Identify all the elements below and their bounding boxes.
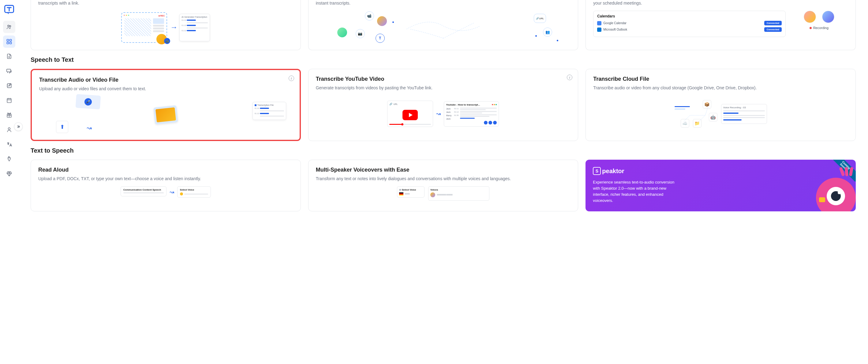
card-transcribe-youtube[interactable]: i Transcribe YouTube Video Generate tran… bbox=[308, 69, 579, 141]
top-card-calendar[interactable]: your scheduled meetings. Calendars Googl… bbox=[586, 0, 856, 50]
section-title-tts: Text to Speech bbox=[31, 147, 856, 154]
youtube-play-icon bbox=[402, 110, 418, 120]
camera-icon: 📹 bbox=[164, 38, 170, 44]
card-transcribe-cloud[interactable]: Transcribe Cloud File Transcribe audio o… bbox=[586, 69, 856, 141]
card-read-aloud[interactable]: Read Aloud Upload a PDF, DOCx, TXT, or t… bbox=[31, 160, 301, 211]
sidebar-expand-button[interactable] bbox=[14, 122, 23, 131]
network-illustration: 📹 🔗 URL 📷 T 👥 bbox=[316, 11, 571, 44]
svg-rect-6 bbox=[10, 42, 12, 44]
record-illustration: REC 📹 → AI Generated Transcription 01:12… bbox=[38, 11, 293, 44]
upload-icon: ⬆ bbox=[56, 121, 68, 133]
card-desc: transcripts with a link. bbox=[38, 0, 293, 6]
card-title: Transcribe Audio or Video File bbox=[39, 77, 292, 83]
nav-dashboard-icon[interactable] bbox=[3, 35, 15, 48]
nav-translate-icon[interactable] bbox=[3, 138, 15, 151]
card-title: Read Aloud bbox=[38, 167, 293, 173]
nav-calendar-icon[interactable] bbox=[3, 94, 15, 106]
read-aloud-illustration: Communication Content Speech ↝ Select Vo… bbox=[38, 186, 293, 199]
top-card-instant[interactable]: instant transcripts. 📹 🔗 URL 📷 T 👥 bbox=[308, 0, 579, 50]
mic-icon: 🎤 bbox=[84, 98, 92, 106]
google-calendar-icon bbox=[597, 21, 601, 25]
card-desc: Transcribe audio or video from any cloud… bbox=[593, 85, 848, 91]
card-speaktor-promo[interactable]: Coming Soon Speaktor Experience seamless… bbox=[586, 160, 856, 211]
card-desc: Generate transcripts from videos by past… bbox=[316, 85, 571, 91]
germany-flag-icon bbox=[399, 192, 403, 195]
svg-rect-3 bbox=[7, 39, 9, 41]
sidebar bbox=[0, 0, 18, 364]
card-multi-speaker[interactable]: Multi-Speaker Voiceovers with Ease Trans… bbox=[308, 160, 579, 211]
nav-gift-icon[interactable] bbox=[3, 109, 15, 121]
promo-desc: Experience seamless text-to-audio conver… bbox=[593, 179, 679, 204]
svg-point-2 bbox=[9, 25, 11, 27]
nav-document-icon[interactable] bbox=[3, 50, 15, 62]
svg-point-10 bbox=[8, 128, 10, 130]
svg-rect-5 bbox=[7, 42, 9, 44]
nav-profile-icon[interactable] bbox=[3, 124, 15, 136]
card-desc: Transform any text or notes into lively … bbox=[316, 175, 571, 182]
google-meet-icon: 📹 bbox=[365, 11, 374, 21]
card-title: Transcribe Cloud File bbox=[593, 76, 848, 82]
outlook-icon bbox=[597, 28, 601, 32]
speaktor-mascot bbox=[810, 169, 856, 211]
svg-rect-8 bbox=[7, 99, 11, 102]
calendar-illustration: Calendars Google Calendar Connected Micr… bbox=[593, 11, 848, 41]
nav-notebook-icon[interactable] bbox=[3, 79, 15, 92]
svg-rect-4 bbox=[10, 39, 12, 41]
card-desc: your scheduled meetings. bbox=[593, 0, 848, 6]
youtube-illustration: URL ↝ Youtube - How to transcript... Jac… bbox=[316, 95, 571, 132]
svg-point-1 bbox=[8, 25, 9, 27]
nav-integration-icon[interactable] bbox=[3, 153, 15, 165]
card-desc: Upload any audio or video files and conv… bbox=[39, 86, 292, 92]
info-icon[interactable]: i bbox=[567, 75, 572, 80]
card-transcribe-file[interactable]: i Transcribe Audio or Video File Upload … bbox=[31, 69, 301, 141]
cloud-illustration: 📦 ☁️ 📁 🤖 Voice Recording - 03 bbox=[593, 95, 848, 132]
upload-illustration: 🎤 ⬆ ↝ Transcription File 01:12 01:12 bbox=[39, 96, 292, 133]
zoom-icon: 📷 bbox=[355, 29, 365, 38]
card-title: Multi-Speaker Voiceovers with Ease bbox=[316, 167, 571, 173]
app-logo[interactable] bbox=[3, 4, 15, 16]
info-icon[interactable]: i bbox=[289, 75, 294, 81]
card-title: Transcribe YouTube Video bbox=[316, 76, 571, 82]
main-content: transcripts with a link. REC 📹 → AI Gene… bbox=[18, 0, 868, 364]
section-title-stt: Speech to Text bbox=[31, 56, 856, 63]
multi-speaker-illustration: ⦀⦀⦀ Select Voice ⦀⦀⦀⦀⦀⦀⦀⦀ Voices ⦀⦀⦀⦀⦀⦀⦀… bbox=[316, 186, 571, 199]
transkriptor-icon: T bbox=[376, 34, 385, 43]
card-desc: instant transcripts. bbox=[316, 0, 571, 6]
nav-premium-icon[interactable] bbox=[3, 168, 15, 180]
top-card-record[interactable]: transcripts with a link. REC 📹 → AI Gene… bbox=[31, 0, 301, 50]
card-desc: Upload a PDF, DOCx, TXT, or type your ow… bbox=[38, 175, 293, 182]
nav-team-icon[interactable] bbox=[3, 21, 15, 33]
nav-chat-icon[interactable] bbox=[3, 65, 15, 77]
